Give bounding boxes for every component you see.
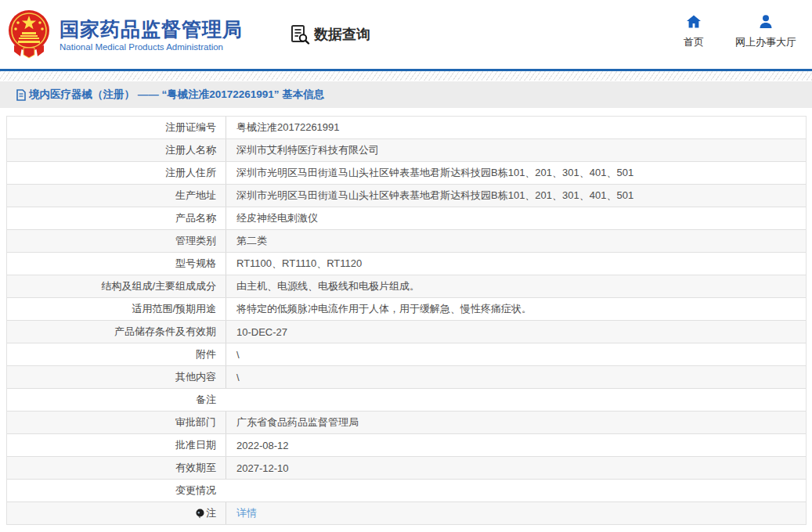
row-value: 第二类 (226, 234, 806, 248)
nav-home-label: 首页 (684, 35, 704, 49)
row-label: 型号规格 (7, 253, 226, 275)
bulb-icon (196, 509, 204, 519)
row-value: 2027-12-10 (226, 462, 806, 474)
header-nav: 首页 网上办事大厅 (684, 14, 796, 49)
brand-block: 国家药品监督管理局 National Medical Products Admi… (60, 17, 243, 52)
table-row: 生产地址 深圳市光明区马田街道马山头社区钟表基地君斯达科技园B栋101、201、… (7, 185, 806, 207)
row-label: 注册证编号 (7, 117, 226, 138)
row-value: 经皮神经电刺激仪 (226, 211, 806, 225)
table-row: 适用范围/预期用途 将特定的低频脉冲电流作用于人体，用于缓解急、慢性疼痛症状。 (7, 298, 806, 321)
table-row: 变更情况 (7, 480, 806, 502)
row-label: 生产地址 (7, 185, 226, 207)
nav-home[interactable]: 首页 (684, 14, 704, 49)
row-value: 详情 (226, 506, 806, 520)
row-label: 批准日期 (7, 434, 226, 456)
row-label-text: 注 (206, 506, 216, 520)
breadcrumb-bar: 境内医疗器械（注册） —— “粤械注准20172261991” 基本信息 (0, 81, 812, 108)
row-label: 适用范围/预期用途 (7, 298, 226, 320)
row-label: 注 (7, 502, 226, 524)
nmpa-emblem-logo (8, 9, 52, 59)
user-icon (758, 14, 774, 30)
table-row-note: 注 详情 (7, 502, 806, 525)
site-title-cn: 国家药品监督管理局 (60, 17, 243, 41)
row-value: \ (226, 349, 806, 361)
row-label: 注册人名称 (7, 139, 226, 161)
table-row: 管理类别 第二类 (7, 230, 806, 253)
hatched-strip (0, 71, 812, 81)
table-row: 有效期至 2027-12-10 (7, 457, 806, 480)
nav-online-hall-label: 网上办事大厅 (735, 35, 796, 49)
row-label: 产品名称 (7, 207, 226, 229)
row-value: \ (226, 372, 806, 383)
table-row: 其他内容 \ (7, 366, 806, 389)
row-value: 深圳市艾利特医疗科技有限公司 (226, 143, 806, 157)
table-row: 审批部门 广东省食品药品监督管理局 (7, 412, 806, 434)
row-label: 产品储存条件及有效期 (7, 321, 226, 343)
row-value: RT1100、RT1110、RT1120 (226, 257, 806, 271)
row-value: 深圳市光明区马田街道马山头社区钟表基地君斯达科技园B栋101、201、301、4… (226, 166, 806, 180)
row-label: 管理类别 (7, 230, 226, 252)
row-label: 附件 (7, 343, 226, 365)
row-value: 广东省食品药品监督管理局 (226, 415, 806, 430)
nav-online-hall[interactable]: 网上办事大厅 (735, 14, 796, 49)
table-row: 注册证编号 粤械注准20172261991 (7, 117, 806, 139)
row-value: 由主机、电源线、电极线和电极片组成。 (226, 279, 806, 293)
row-label: 备注 (7, 389, 226, 411)
row-label: 有效期至 (7, 457, 226, 479)
site-title-en: National Medical Products Administration (60, 42, 243, 52)
table-row: 附件 \ (7, 343, 806, 366)
row-value: 2022-08-12 (226, 440, 806, 451)
table-row: 批准日期 2022-08-12 (7, 434, 806, 457)
row-label: 其他内容 (7, 366, 226, 388)
row-label: 注册人住所 (7, 162, 226, 184)
row-value: 粤械注准20172261991 (226, 120, 806, 135)
row-label: 结构及组成/主要组成成分 (7, 275, 226, 297)
table-row: 注册人住所 深圳市光明区马田街道马山头社区钟表基地君斯达科技园B栋101、201… (7, 162, 806, 185)
breadcrumb: 境内医疗器械（注册） —— “粤械注准20172261991” 基本信息 (29, 88, 324, 102)
document-icon (16, 89, 27, 101)
row-value: 深圳市光明区马田街道马山头社区钟表基地君斯达科技园B栋101、201、301、4… (226, 189, 806, 203)
row-label: 变更情况 (7, 480, 226, 501)
row-value: 将特定的低频脉冲电流作用于人体，用于缓解急、慢性疼痛症状。 (226, 302, 806, 316)
table-row: 备注 (7, 389, 806, 412)
registration-info-table: 注册证编号 粤械注准20172261991 注册人名称 深圳市艾利特医疗科技有限… (6, 116, 807, 525)
row-label: 审批部门 (7, 412, 226, 433)
home-icon (686, 14, 702, 30)
table-row: 注册人名称 深圳市艾利特医疗科技有限公司 (7, 139, 806, 162)
data-query-section: 数据查询 (290, 24, 370, 45)
data-query-icon (290, 24, 310, 45)
table-row: 产品储存条件及有效期 10-DEC-27 (7, 321, 806, 343)
row-value: 10-DEC-27 (226, 326, 806, 338)
table-row: 产品名称 经皮神经电刺激仪 (7, 207, 806, 230)
table-row: 型号规格 RT1100、RT1110、RT1120 (7, 253, 806, 275)
data-query-label: 数据查询 (314, 25, 370, 44)
table-row: 结构及组成/主要组成成分 由主机、电源线、电极线和电极片组成。 (7, 275, 806, 298)
details-link[interactable]: 详情 (236, 507, 257, 519)
site-header: 国家药品监督管理局 National Medical Products Admi… (0, 0, 812, 69)
